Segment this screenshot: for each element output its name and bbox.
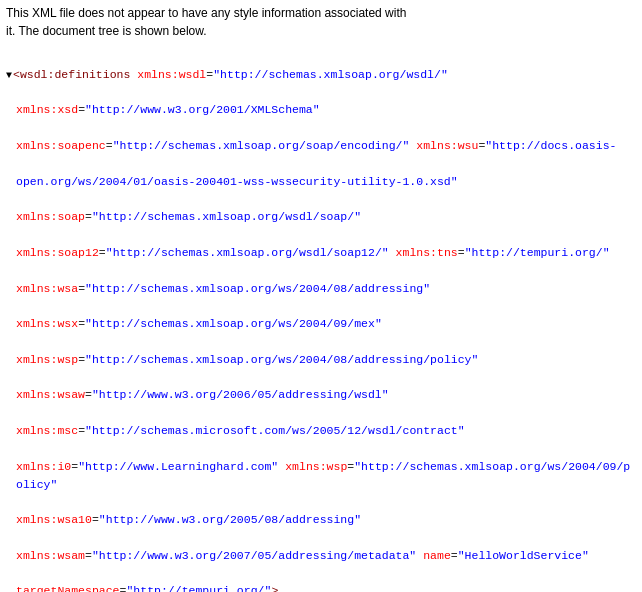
info-line1: This XML file does not appear to have an… [6,6,406,20]
xml-line: xmlns:xsd="http://www.w3.org/2001/XMLSch… [6,101,636,119]
collapse-icon[interactable]: ▼ [6,68,12,84]
xml-line: xmlns:msc="http://schemas.microsoft.com/… [6,422,636,440]
xml-viewer: ▼<wsdl:definitions xmlns:wsdl="http://sc… [0,44,642,592]
xml-line: xmlns:wsam="http://www.w3.org/2007/05/ad… [6,547,636,565]
xml-line: xmlns:wsaw="http://www.w3.org/2006/05/ad… [6,386,636,404]
xml-line: xmlns:soapenc="http://schemas.xmlsoap.or… [6,137,636,155]
xml-line: xmlns:soap="http://schemas.xmlsoap.org/w… [6,208,636,226]
xml-line: xmlns:wsx="http://schemas.xmlsoap.org/ws… [6,315,636,333]
info-message: This XML file does not appear to have an… [0,0,642,44]
xml-line: targetNamespace="http://tempuri.org/"> [6,582,636,592]
xml-line: xmlns:wsa10="http://www.w3.org/2005/08/a… [6,511,636,529]
xml-line: xmlns:wsa="http://schemas.xmlsoap.org/ws… [6,280,636,298]
xml-line: xmlns:soap12="http://schemas.xmlsoap.org… [6,244,636,262]
xml-line: open.org/ws/2004/01/oasis-200401-wss-wss… [6,173,636,191]
xml-line: xmlns:i0="http://www.Learninghard.com" x… [6,458,636,494]
info-line2: it. The document tree is shown below. [6,24,207,38]
xml-line: ▼<wsdl:definitions xmlns:wsdl="http://sc… [6,66,636,84]
xml-line: xmlns:wsp="http://schemas.xmlsoap.org/ws… [6,351,636,369]
